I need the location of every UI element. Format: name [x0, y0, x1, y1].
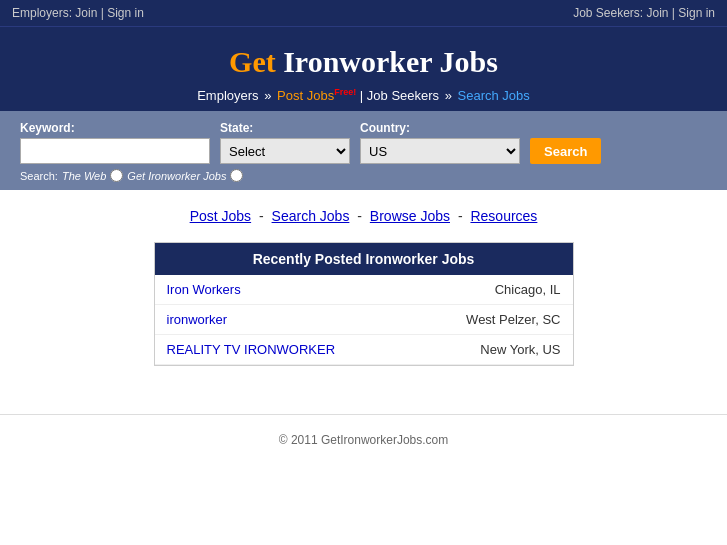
main-content: Post Jobs - Search Jobs - Browse Jobs - … — [0, 190, 727, 384]
jobs-table: Iron Workers Chicago, IL ironworker West… — [155, 275, 573, 365]
title-get: Get — [229, 45, 276, 78]
search-row: Keyword: State: Select Alabama Illinois … — [20, 121, 707, 164]
browse-jobs-main-link[interactable]: Browse Jobs — [370, 208, 450, 224]
main-nav-links: Post Jobs - Search Jobs - Browse Jobs - … — [80, 208, 647, 224]
keyword-label: Keyword: — [20, 121, 210, 135]
table-row: Iron Workers Chicago, IL — [155, 275, 573, 305]
nav-sep2: - — [357, 208, 366, 224]
arrow1: » — [264, 88, 271, 103]
jobs-section-header: Recently Posted Ironworker Jobs — [155, 243, 573, 275]
job-link[interactable]: REALITY TV IRONWORKER — [167, 342, 336, 357]
state-label: State: — [220, 121, 350, 135]
job-title-cell: Iron Workers — [155, 275, 414, 305]
table-row: REALITY TV IRONWORKER New York, US — [155, 335, 573, 365]
separator: | — [360, 88, 367, 103]
country-label: Country: — [360, 121, 520, 135]
hint-prefix: Search: — [20, 170, 58, 182]
search-scope-web-radio[interactable] — [110, 169, 123, 182]
copyright: © 2011 GetIronworkerJobs.com — [279, 433, 449, 447]
keyword-field-group: Keyword: — [20, 121, 210, 164]
site-title: Get Ironworker Jobs — [0, 45, 727, 79]
keyword-input[interactable] — [20, 138, 210, 164]
job-title-cell: REALITY TV IRONWORKER — [155, 335, 414, 365]
search-bar: Keyword: State: Select Alabama Illinois … — [0, 111, 727, 190]
top-bar: Employers: Join | Sign in Job Seekers: J… — [0, 0, 727, 26]
jobs-section: Recently Posted Ironworker Jobs Iron Wor… — [154, 242, 574, 366]
job-link[interactable]: ironworker — [167, 312, 228, 327]
state-field-group: State: Select Alabama Illinois New York … — [220, 121, 350, 164]
job-title-cell: ironworker — [155, 305, 414, 335]
search-scope-site-radio[interactable] — [230, 169, 243, 182]
search-button[interactable]: Search — [530, 138, 601, 164]
job-seekers-label: Job Seekers — [367, 88, 439, 103]
job-link[interactable]: Iron Workers — [167, 282, 241, 297]
resources-main-link[interactable]: Resources — [470, 208, 537, 224]
job-location-cell: New York, US — [413, 335, 572, 365]
employers-nav-label: Employers — [197, 88, 258, 103]
arrow2: » — [445, 88, 452, 103]
table-row: ironworker West Pelzer, SC — [155, 305, 573, 335]
job-location-cell: Chicago, IL — [413, 275, 572, 305]
employers-topbar: Employers: Join | Sign in — [12, 6, 144, 20]
title-rest: Ironworker Jobs — [276, 45, 498, 78]
header-nav: Employers » Post JobsFree! | Job Seekers… — [0, 87, 727, 103]
header: Get Ironworker Jobs Employers » Post Job… — [0, 26, 727, 111]
jobseekers-topbar: Job Seekers: Join | Sign in — [573, 6, 715, 20]
nav-sep1: - — [259, 208, 268, 224]
search-jobs-link[interactable]: Search Jobs — [458, 88, 530, 103]
post-jobs-main-link[interactable]: Post Jobs — [190, 208, 251, 224]
job-location-cell: West Pelzer, SC — [413, 305, 572, 335]
footer: © 2011 GetIronworkerJobs.com — [0, 414, 727, 465]
country-field-group: Country: US Canada UK Australia Other — [360, 121, 520, 164]
hint-site: Get Ironworker Jobs — [127, 170, 226, 182]
post-jobs-label: Post Jobs — [277, 88, 334, 103]
state-select[interactable]: Select Alabama Illinois New York South C… — [220, 138, 350, 164]
search-hint: Search: The Web Get Ironworker Jobs — [20, 169, 707, 182]
country-select[interactable]: US Canada UK Australia Other — [360, 138, 520, 164]
free-badge: Free! — [334, 87, 356, 97]
nav-sep3: - — [458, 208, 467, 224]
hint-web: The Web — [62, 170, 106, 182]
search-jobs-main-link[interactable]: Search Jobs — [272, 208, 350, 224]
post-jobs-link[interactable]: Post JobsFree! — [277, 88, 360, 103]
